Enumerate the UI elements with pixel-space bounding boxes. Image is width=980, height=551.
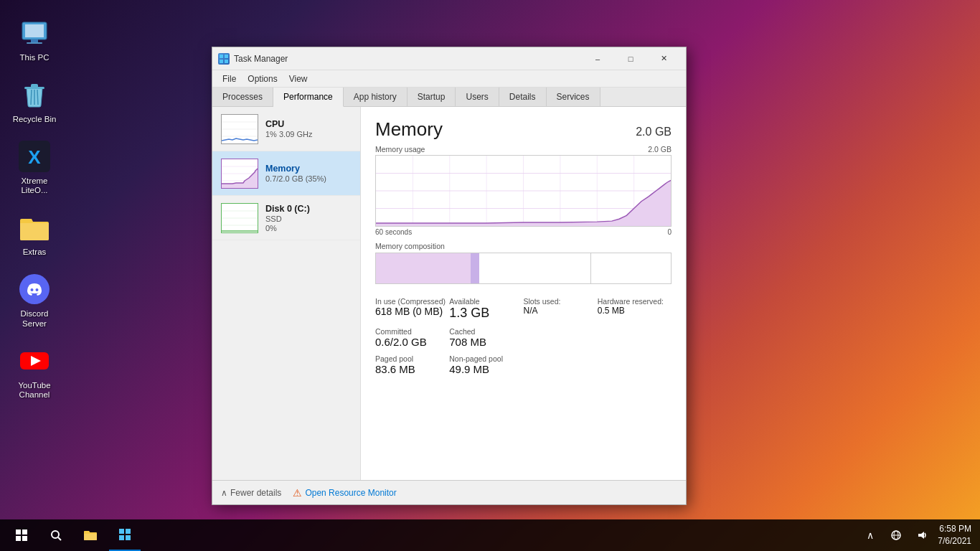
- desktop-icon-list: This PC Recycle Bin X: [0, 0, 69, 416]
- svg-point-12: [36, 288, 39, 291]
- memory-info: Memory 0.7/2.0 GB (35%): [265, 164, 352, 183]
- resource-list: CPU 1% 3.09 GHz: [212, 107, 361, 480]
- recycle-bin-label: Recycle Bin: [13, 115, 57, 125]
- stat-available-value: 1.3 GB: [449, 306, 523, 321]
- svg-rect-15: [220, 55, 223, 58]
- tab-performance[interactable]: Performance: [273, 88, 344, 107]
- comp-in-use: [376, 253, 471, 283]
- menu-bar: File Options View: [212, 70, 686, 88]
- stat-nonpaged-label: Non-paged pool: [449, 354, 523, 363]
- svg-line-5: [31, 90, 32, 105]
- stat-available: Available 1.3 GB: [449, 294, 523, 324]
- detail-title: Memory: [375, 118, 443, 141]
- close-button[interactable]: ✕: [647, 47, 680, 70]
- resource-item-disk[interactable]: Disk 0 (C:) SSD 0%: [212, 196, 360, 240]
- stat-committed-value: 0.6/2.0 GB: [375, 336, 449, 349]
- menu-view[interactable]: View: [283, 71, 314, 87]
- tab-services[interactable]: Services: [547, 88, 600, 106]
- time-end: 0: [667, 228, 672, 236]
- tab-app-history[interactable]: App history: [344, 88, 407, 106]
- desktop-icon-recycle-bin[interactable]: Recycle Bin: [6, 73, 63, 129]
- stat-in-use: In use (Compressed) 618 MB (0 MB): [375, 294, 449, 324]
- svg-marker-57: [918, 532, 924, 539]
- memory-detail: 0.7/2.0 GB (35%): [265, 174, 352, 183]
- start-button[interactable]: [6, 519, 37, 551]
- taskbar-task-manager[interactable]: [109, 519, 141, 551]
- stat-in-use-label: In use (Compressed): [375, 297, 449, 306]
- system-tray-expand[interactable]: ∧: [859, 519, 882, 551]
- disk-detail2: 0%: [265, 224, 352, 232]
- this-pc-label: This PC: [20, 53, 50, 63]
- usage-max: 2.0 GB: [648, 145, 672, 154]
- usage-label: Memory usage: [375, 145, 425, 154]
- tab-startup[interactable]: Startup: [407, 88, 456, 106]
- svg-line-7: [37, 90, 38, 105]
- svg-rect-51: [126, 529, 131, 534]
- menu-file[interactable]: File: [217, 71, 242, 87]
- svg-rect-45: [22, 529, 27, 534]
- system-tray: ∧: [859, 519, 933, 551]
- task-manager-window: Task Manager – □ ✕ File Options View Pro…: [212, 47, 687, 505]
- memory-name: Memory: [265, 164, 352, 174]
- taskbar-left: [0, 519, 141, 551]
- resource-item-memory[interactable]: Memory 0.7/2.0 GB (35%): [212, 151, 360, 196]
- fewer-details-chevron: ∧: [221, 488, 227, 498]
- stat-hw-value: 0.5 MB: [598, 306, 672, 316]
- discord-label: Discord Server: [9, 309, 60, 329]
- menu-options[interactable]: Options: [242, 71, 283, 87]
- desktop-icon-youtube[interactable]: YouTube Channel: [6, 339, 63, 405]
- extras-label: Extras: [23, 248, 47, 258]
- clock-time: 6:58 PM: [938, 523, 971, 535]
- window-controls: – □ ✕: [581, 47, 680, 70]
- stat-hw-label: Hardware reserved:: [598, 297, 672, 306]
- svg-rect-4: [24, 87, 44, 89]
- svg-rect-17: [220, 60, 223, 63]
- taskbar: ∧ 6:58 PM: [0, 519, 980, 551]
- svg-rect-3: [27, 42, 42, 44]
- detail-panel: Memory 2.0 GB Memory usage 2.0 GB: [361, 107, 686, 480]
- window-title-area: Task Manager: [218, 53, 288, 65]
- stat-paged-label: Paged pool: [375, 354, 449, 363]
- comp-modified: [471, 253, 479, 283]
- clock[interactable]: 6:58 PM 7/6/2021: [938, 523, 971, 547]
- content-area: CPU 1% 3.09 GHz: [212, 107, 686, 480]
- svg-rect-18: [225, 60, 228, 63]
- svg-rect-46: [16, 536, 21, 541]
- tab-details[interactable]: Details: [499, 88, 547, 106]
- volume-icon[interactable]: [910, 519, 933, 551]
- titlebar: Task Manager – □ ✕: [212, 47, 686, 70]
- desktop-icon-extras[interactable]: Extras: [6, 206, 63, 262]
- svg-line-49: [58, 537, 61, 540]
- disk-detail1: SSD: [265, 215, 352, 223]
- fewer-details-label: Fewer details: [230, 488, 281, 498]
- desktop-icon-xtreme[interactable]: X Xtreme LiteO...: [6, 135, 63, 201]
- svg-rect-53: [126, 535, 131, 540]
- disk-name: Disk 0 (C:): [265, 204, 352, 214]
- file-explorer-button[interactable]: [75, 519, 106, 551]
- svg-rect-44: [16, 529, 21, 534]
- detail-header: Memory 2.0 GB: [375, 118, 672, 141]
- disk-thumbnail: [221, 203, 258, 233]
- maximize-button[interactable]: □: [614, 47, 647, 70]
- stat-slots-used: Slots used: N/A: [524, 294, 598, 324]
- search-button[interactable]: [40, 519, 72, 551]
- tab-processes[interactable]: Processes: [212, 88, 273, 106]
- detail-total: 2.0 GB: [636, 126, 672, 138]
- tab-bar: Processes Performance App history Startu…: [212, 88, 686, 107]
- taskbar-right: ∧ 6:58 PM: [859, 519, 980, 551]
- cpu-detail: 1% 3.09 GHz: [265, 130, 352, 138]
- fewer-details-button[interactable]: ∧ Fewer details: [221, 488, 281, 498]
- svg-rect-2: [31, 39, 38, 42]
- clock-date: 7/6/2021: [938, 535, 971, 547]
- resource-item-cpu[interactable]: CPU 1% 3.09 GHz: [212, 107, 360, 151]
- stat-cached-label: Cached: [449, 327, 523, 336]
- desktop-icon-discord[interactable]: Discord Server: [6, 268, 63, 334]
- language-icon[interactable]: [885, 519, 908, 551]
- tab-users[interactable]: Users: [456, 88, 499, 106]
- stat-available-label: Available: [449, 297, 523, 306]
- open-resource-monitor-link[interactable]: ⚠ Open Resource Monitor: [293, 487, 396, 499]
- memory-thumbnail: [221, 159, 258, 189]
- svg-point-11: [31, 288, 34, 291]
- desktop-icon-this-pc[interactable]: This PC: [6, 11, 63, 67]
- minimize-button[interactable]: –: [581, 47, 614, 70]
